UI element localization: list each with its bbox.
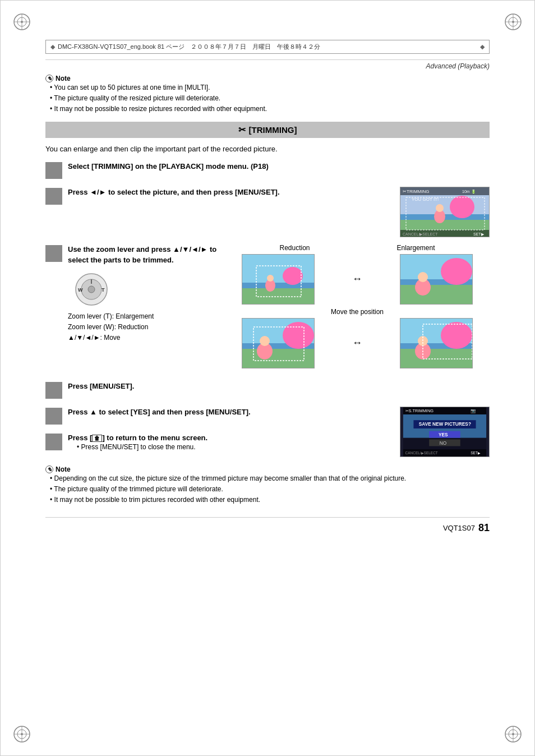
page-header-right: Advanced (Playback)	[45, 59, 490, 70]
note-icon-2: ✎	[45, 465, 53, 473]
svg-text:CANCEL/▶SELECT: CANCEL/▶SELECT	[405, 451, 438, 455]
svg-point-25	[436, 204, 444, 212]
svg-text:SAVE NEW PICTURES?: SAVE NEW PICTURES?	[419, 421, 471, 427]
main-content: ✎ Note You can set up to 50 pictures at …	[45, 75, 490, 506]
steps-5-6-container: Press ▲ to select [YES] and then press […	[45, 407, 490, 459]
reduction-img	[242, 254, 315, 305]
svg-rect-48	[400, 284, 473, 305]
note-section-2: ✎ Note Depending on the cut size, the pi…	[45, 465, 490, 506]
zoom-lever-diagram: W T	[73, 271, 219, 308]
step-1-box	[45, 162, 62, 179]
page-number: 81	[478, 522, 490, 534]
step-6-text: Press [🗑] to return to the menu screen.	[68, 432, 207, 444]
step-1-text: Select [TRIMMING] on the [PLAYBACK] mode…	[68, 161, 490, 172]
step-3-text: Use the zoom lever and press ▲/▼/◄/► to …	[68, 244, 219, 266]
step-5-box	[45, 408, 62, 425]
img-pair-2: ↔	[225, 318, 490, 368]
scissors-icon: ✂	[238, 125, 246, 135]
page-footer: VQT1S07 81	[45, 517, 490, 534]
header-text: DMC-FX38GN-VQT1S07_eng.book 81 ページ ２００８年…	[58, 43, 320, 51]
note-bullet-2-1: Depending on the cut size, the picture s…	[50, 473, 490, 484]
step-1: Select [TRIMMING] on the [PLAYBACK] mode…	[45, 161, 490, 179]
svg-text:W: W	[78, 287, 83, 293]
note-bullet-1-3: It may not be possible to resize picture…	[50, 104, 490, 114]
page-title-label: Advanced (Playback)	[426, 62, 490, 70]
note-title-2: ✎ Note	[45, 465, 490, 473]
page-container: DMC-FX38GN-VQT1S07_eng.book 81 ページ ２００８年…	[0, 0, 535, 756]
step-5-text: Press ▲ to select [YES] and then press […	[68, 407, 394, 418]
img-pair-1: ↔	[225, 254, 490, 305]
zoom-dial-svg: W T	[73, 271, 110, 308]
svg-text:CANCEL/▶SELECT: CANCEL/▶SELECT	[403, 232, 438, 236]
svg-point-63	[441, 322, 472, 349]
svg-point-45	[267, 275, 274, 282]
corner-decoration-bl	[11, 723, 33, 745]
svg-text:NO: NO	[440, 440, 447, 445]
corner-decoration-tl	[11, 11, 33, 33]
step-3-images: Reduction Enlargement	[225, 244, 490, 372]
svg-text:10m 🔋: 10m 🔋	[462, 189, 476, 194]
section-title-bar: ✂ [TRIMMING]	[45, 122, 490, 138]
yes-no-menu-img: ✂S.TRIMMING 📷 SAVE NEW PICTURES? YES NO	[400, 407, 490, 457]
note-bullet-1-1: You can set up to 50 pictures at one tim…	[50, 82, 490, 93]
step-4: Press [MENU/SET].	[45, 381, 490, 399]
zoom-w-label: Zoom lever (W): Reduction	[68, 322, 219, 333]
camera-svg: ✂TRIMMING 10m 🔋 CANCEL/▶SELECT SET▶ YOU …	[400, 187, 490, 237]
step-4-box	[45, 382, 62, 399]
arrow-1: ↔	[352, 273, 362, 285]
reduction-label: Reduction	[279, 244, 310, 252]
svg-point-43	[283, 267, 303, 285]
img-labels-row: Reduction Enlargement	[225, 244, 490, 252]
corner-decoration-tr	[502, 11, 524, 33]
steps-5-6-left: Press ▲ to select [YES] and then press […	[45, 407, 394, 459]
svg-text:SET▶: SET▶	[471, 451, 481, 455]
note-title-1: ✎ Note	[45, 75, 490, 82]
move-img-1	[242, 318, 315, 368]
zoom-notes: Zoom lever (T): Enlargement Zoom lever (…	[68, 311, 219, 344]
step-2-image: ✂TRIMMING 10m 🔋 CANCEL/▶SELECT SET▶ YOU …	[400, 187, 490, 237]
note-bullet-2-2: The picture quality of the trimmed pictu…	[50, 484, 490, 495]
note-bullet-2-3: It may not be possible to trim pictures …	[50, 495, 490, 505]
svg-text:✂TRIMMING: ✂TRIMMING	[403, 189, 429, 194]
menu-screen: ✂S.TRIMMING 📷 SAVE NEW PICTURES? YES NO	[400, 407, 490, 457]
svg-text:📷: 📷	[471, 408, 476, 413]
step-6-sub: Press [MENU/SET] to close the menu.	[77, 443, 207, 451]
zoom-move-label: ▲/▼/◄/►: Move	[68, 333, 219, 343]
note-section-1: ✎ Note You can set up to 50 pictures at …	[45, 75, 490, 115]
step-3-left: Use the zoom lever and press ▲/▼/◄/► to …	[45, 244, 219, 344]
section-title: [TRIMMING]	[249, 125, 297, 135]
step-6: Press [🗑] to return to the menu screen. …	[45, 432, 394, 451]
step-3-box	[45, 245, 62, 262]
step-6-content: Press [🗑] to return to the menu screen. …	[68, 432, 207, 451]
svg-text:T: T	[102, 287, 105, 293]
step-3-container: Use the zoom lever and press ▲/▼/◄/► to …	[45, 244, 490, 372]
camera-screen-img: ✂TRIMMING 10m 🔋 CANCEL/▶SELECT SET▶ YOU …	[400, 187, 490, 237]
note-icon-1: ✎	[45, 75, 53, 82]
step-5: Press ▲ to select [YES] and then press […	[45, 407, 394, 425]
arrow-2: ↔	[352, 337, 362, 349]
svg-point-36	[88, 286, 95, 293]
step-2: Press ◄/► to select the picture, and the…	[45, 187, 490, 237]
svg-text:YES: YES	[439, 431, 448, 437]
move-img-2	[400, 318, 473, 368]
note-bullet-1-2: The picture quality of the resized pictu…	[50, 93, 490, 104]
svg-rect-61	[400, 348, 473, 368]
zoom-t-label: Zoom lever (T): Enlargement	[68, 311, 219, 322]
corner-decoration-br	[502, 723, 524, 745]
svg-point-56	[283, 322, 314, 349]
note-bullets-1: You can set up to 50 pictures at one tim…	[45, 82, 490, 115]
page-prefix: VQT1S07	[443, 524, 475, 532]
step-2-text: Press ◄/► to select the picture, and the…	[68, 187, 394, 198]
svg-point-52	[418, 272, 428, 282]
svg-rect-41	[242, 287, 315, 305]
intro-text: You can enlarge and then clip the import…	[45, 145, 490, 153]
step-2-main: Press ◄/► to select the picture, and the…	[45, 187, 394, 205]
step-3-content: Use the zoom lever and press ▲/▼/◄/► to …	[68, 244, 219, 344]
step-4-text: Press [MENU/SET].	[68, 381, 490, 392]
enlargement-img	[400, 254, 473, 305]
svg-rect-42	[242, 283, 315, 288]
enlargement-label: Enlargement	[396, 244, 435, 252]
step-2-box	[45, 188, 62, 205]
note-bullets-2: Depending on the cut size, the picture s…	[45, 473, 490, 506]
svg-point-58	[260, 336, 270, 346]
